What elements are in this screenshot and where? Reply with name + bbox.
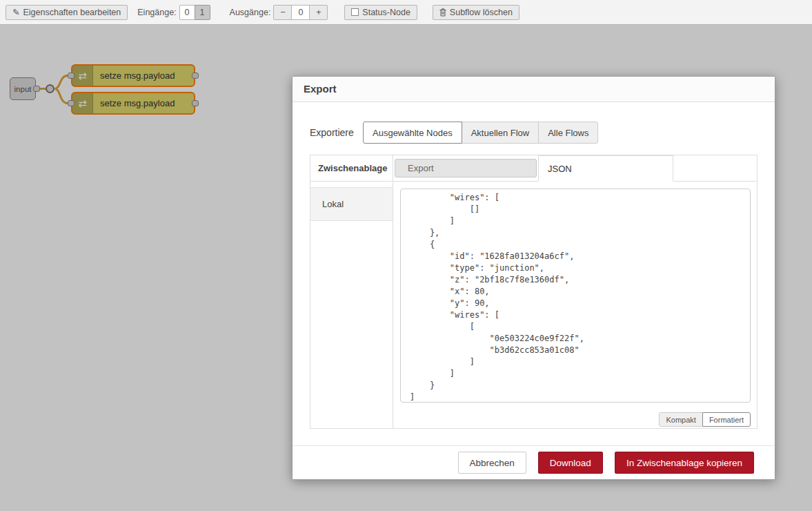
dialog-footer: Abbrechen Download In Zwischenablage kop… [293,445,775,479]
dialog-body: Exportiere Ausgewählte Nodes Aktuellen F… [293,102,775,445]
export-library-panel: Zwischenablage Lokal Export JSON "wires"… [310,155,757,429]
edit-properties-label: Eigenschaften bearbeiten [23,8,121,17]
dialog-title: Export [293,77,775,102]
format-toggle-group: Kompakt Formatiert [400,412,751,427]
tab-export-view[interactable]: Export [395,159,537,177]
outputs-label: Ausgänge: [230,8,271,17]
status-node-label: Status-Node [362,8,410,17]
outputs-value: 0 [291,5,310,20]
status-node-toggle-button[interactable]: Status-Node [344,5,417,20]
pencil-icon: ✎ [12,7,19,17]
download-button[interactable]: Download [538,452,603,474]
scope-current-flow-button[interactable]: Aktuellen Flow [462,122,539,144]
export-scope-label: Exportiere [310,127,363,138]
trash-icon [439,8,446,17]
outputs-decrement-button[interactable]: − [273,5,292,20]
tab-clipboard[interactable]: Zwischenablage [310,155,393,182]
delete-subflow-label: Subflow löschen [450,8,513,17]
status-node-checkbox-icon [351,8,359,16]
tab-json-view[interactable]: JSON [538,155,673,182]
delete-subflow-button[interactable]: Subflow löschen [433,5,519,20]
inputs-label: Eingänge: [137,8,176,17]
inputs-1-button[interactable]: 1 [195,5,210,20]
export-target-sidebar: Zwischenablage Lokal [310,155,393,428]
copy-to-clipboard-button[interactable]: In Zwischenablage kopieren [615,452,754,474]
cancel-button[interactable]: Abbrechen [458,452,526,474]
edit-properties-button[interactable]: ✎ Eigenschaften bearbeiten [6,5,128,20]
outputs-increment-button[interactable]: + [309,5,328,20]
subflow-toolbar: ✎ Eigenschaften bearbeiten Eingänge: 0 1… [0,0,812,25]
export-json-textarea[interactable]: "wires": [ [] ] }, { "id": "1628fa013204… [400,189,751,403]
formatted-button[interactable]: Formatiert [702,412,751,427]
compact-button[interactable]: Kompakt [659,412,702,427]
inputs-0-button[interactable]: 0 [179,5,195,20]
view-tabbar: Export JSON [393,155,757,182]
scope-selected-nodes-button[interactable]: Ausgewählte Nodes [363,122,462,144]
scope-all-flows-button[interactable]: Alle Flows [538,122,598,144]
export-scope-group: Ausgewählte Nodes Aktuellen Flow Alle Fl… [363,122,598,144]
export-dialog: Export Exportiere Ausgewählte Nodes Aktu… [292,76,775,480]
tab-local[interactable]: Lokal [310,187,393,221]
clipboard-pane: Export JSON "wires": [ [] ] }, { "id": "… [393,155,757,428]
json-view-content: "wires": [ [] ] }, { "id": "1628fa013204… [393,182,757,428]
